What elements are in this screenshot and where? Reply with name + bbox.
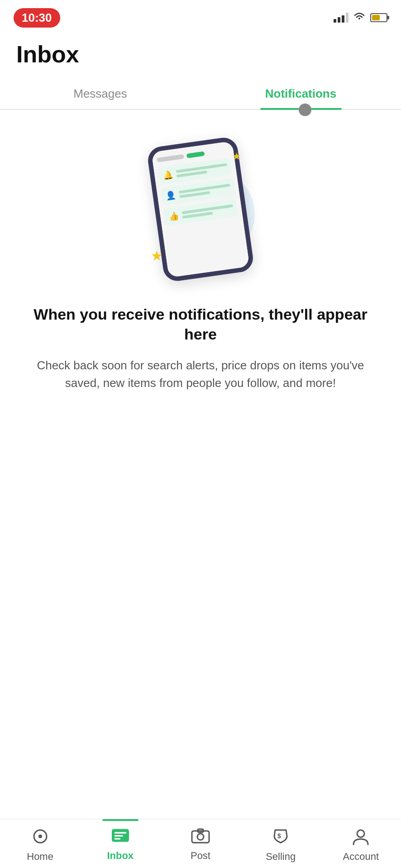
nav-active-indicator — [102, 819, 138, 821]
phone-illustration: ★ ★ 🔔 👤 — [142, 137, 259, 282]
nav-label-home: Home — [27, 851, 53, 863]
status-bar: 10:30 — [0, 0, 401, 32]
nav-item-home[interactable]: Home — [13, 827, 67, 863]
tab-messages[interactable]: Messages — [0, 77, 200, 109]
empty-heading: When you receive notifications, they'll … — [27, 304, 374, 344]
like-icon: 👍 — [168, 211, 179, 222]
svg-point-10 — [357, 830, 364, 837]
star-icon-2: ★ — [151, 248, 163, 264]
status-icons — [334, 11, 387, 24]
star-icon-1: ★ — [232, 151, 241, 162]
svg-rect-3 — [114, 832, 126, 833]
nav-label-inbox: Inbox — [107, 850, 134, 862]
inbox-icon — [111, 827, 130, 847]
nav-item-selling[interactable]: $ Selling — [253, 827, 308, 863]
nav-item-post[interactable]: Post — [173, 827, 228, 862]
nav-item-account[interactable]: Account — [334, 827, 388, 863]
svg-rect-5 — [114, 838, 120, 840]
bottom-nav-wrapper: Home Inbox Post — [0, 855, 401, 868]
empty-subtext: Check back soon for search alerts, price… — [27, 357, 374, 392]
tab-notifications[interactable]: Notifications — [200, 77, 401, 109]
person-icon: 👤 — [165, 190, 177, 201]
bell-icon: 🔔 — [162, 170, 173, 181]
signal-icon — [334, 13, 348, 23]
empty-state: ★ ★ 🔔 👤 — [0, 110, 401, 410]
account-icon — [352, 827, 370, 848]
svg-text:$: $ — [277, 832, 281, 840]
nav-label-post: Post — [191, 850, 210, 862]
nav-item-inbox[interactable]: Inbox — [93, 827, 148, 862]
tabs-container: Messages Notifications — [0, 77, 401, 110]
page-title: Inbox — [16, 41, 385, 68]
post-icon — [191, 827, 210, 847]
page-header: Inbox — [0, 32, 401, 72]
nav-label-selling: Selling — [266, 851, 296, 863]
bottom-nav: Home Inbox Post — [0, 819, 401, 868]
battery-icon — [370, 13, 387, 22]
svg-point-7 — [197, 834, 204, 840]
wifi-icon — [353, 11, 366, 24]
selling-icon: $ — [272, 827, 290, 848]
svg-point-1 — [38, 835, 42, 838]
status-time: 10:30 — [14, 8, 60, 28]
home-icon — [31, 827, 49, 848]
nav-label-account: Account — [343, 851, 379, 863]
svg-rect-4 — [114, 835, 123, 836]
